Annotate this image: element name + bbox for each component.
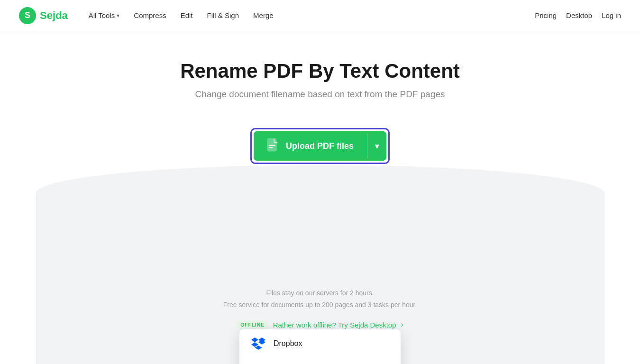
upload-pdf-button[interactable]: Upload PDF files ▾ [254, 131, 386, 161]
dropbox-label: Dropbox [274, 339, 302, 348]
dropdown-item-google-drive[interactable]: Google Drive [239, 358, 401, 364]
svg-rect-1 [268, 145, 275, 146]
main-nav: All Tools ▾ Compress Edit Fill & Sign Me… [83, 8, 279, 23]
nav-login[interactable]: Log in [602, 11, 621, 19]
offline-text: Rather work offline? Try Sejda Desktop [273, 321, 396, 329]
dropdown-item-dropbox[interactable]: Dropbox [239, 329, 401, 358]
pdf-file-icon [267, 138, 280, 154]
header: S Sejda All Tools ▾ Compress Edit Fill &… [0, 0, 640, 31]
offline-arrow-icon: › [401, 320, 403, 329]
svg-rect-2 [268, 147, 273, 148]
header-left: S Sejda All Tools ▾ Compress Edit Fill &… [19, 7, 279, 24]
upload-section: Upload PDF files ▾ [223, 128, 417, 329]
nav-compress[interactable]: Compress [128, 8, 172, 23]
info-line1: Files stay on our servers for 2 hours. [223, 287, 417, 299]
chevron-down-icon: ▾ [117, 12, 119, 19]
page-subtitle: Change document filename based on text f… [195, 89, 445, 100]
logo-icon: S [19, 7, 36, 24]
offline-banner[interactable]: OFFLINE Rather work offline? Try Sejda D… [237, 320, 403, 329]
upload-dropdown-toggle[interactable]: ▾ [367, 135, 386, 157]
content-area: Rename PDF By Text Content Change docume… [0, 60, 640, 329]
nav-pricing[interactable]: Pricing [535, 11, 557, 19]
dropbox-icon [251, 336, 266, 351]
upload-button-label: Upload PDF files [286, 141, 354, 151]
nav-desktop[interactable]: Desktop [566, 11, 592, 19]
nav-merge[interactable]: Merge [247, 8, 279, 23]
upload-button-container: Upload PDF files ▾ [250, 128, 390, 164]
logo-name: Sejda [40, 9, 68, 22]
nav-edit[interactable]: Edit [175, 8, 199, 23]
page-title: Rename PDF By Text Content [180, 60, 460, 82]
upload-btn-main: Upload PDF files [254, 131, 367, 161]
logo[interactable]: S Sejda [19, 7, 68, 24]
nav-fill-sign[interactable]: Fill & Sign [201, 8, 245, 23]
info-text: Files stay on our servers for 2 hours. F… [223, 287, 417, 311]
upload-dropdown: Dropbox Google Drive [239, 329, 401, 364]
main-content: Rename PDF By Text Content Change docume… [0, 31, 640, 364]
offline-badge: OFFLINE [237, 320, 268, 329]
info-line2: Free service for documents up to 200 pag… [223, 299, 417, 311]
nav-all-tools[interactable]: All Tools ▾ [83, 8, 126, 23]
header-right: Pricing Desktop Log in [535, 11, 621, 19]
